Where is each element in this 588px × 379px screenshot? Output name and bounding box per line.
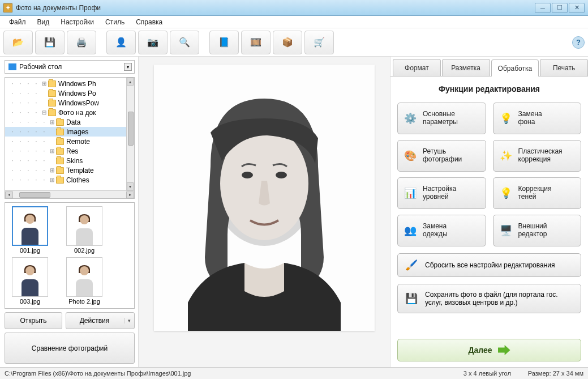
tree-vscroll[interactable]: ▴ ▾ bbox=[126, 78, 134, 190]
thumb-item[interactable]: 002.jpg bbox=[62, 206, 107, 254]
tree-label: Remote bbox=[66, 138, 90, 146]
menu-style[interactable]: Стиль bbox=[101, 17, 129, 27]
vscroll-thumb[interactable] bbox=[128, 112, 134, 146]
fn-label: Заменаодежды bbox=[423, 223, 448, 239]
tree-item[interactable]: ····Windows Po bbox=[5, 88, 134, 98]
hscroll-thumb[interactable] bbox=[19, 192, 50, 198]
folder-icon bbox=[56, 157, 64, 164]
menu-settings[interactable]: Настройки bbox=[56, 17, 98, 27]
scroll-up-icon[interactable]: ▴ bbox=[127, 78, 134, 86]
window-title: Фото на документы Профи bbox=[16, 4, 101, 12]
preview-area bbox=[139, 57, 390, 367]
next-button[interactable]: Далее bbox=[397, 339, 581, 361]
tb-book[interactable]: 📘 bbox=[209, 31, 239, 54]
fn-label: Настройкауровней bbox=[423, 185, 456, 201]
menu-file[interactable]: Файл bbox=[5, 17, 31, 27]
tree-hscroll[interactable]: ◂ ▸ bbox=[5, 190, 134, 198]
fn-plastic-button[interactable]: ✨Пластическаякоррекция bbox=[493, 140, 582, 172]
panel-title: Функции редактирования bbox=[397, 84, 581, 93]
tab-format[interactable]: Формат bbox=[393, 59, 441, 76]
tab-process[interactable]: Обработка bbox=[491, 59, 539, 76]
menu-view[interactable]: Вид bbox=[33, 17, 54, 27]
tb-box[interactable]: 📦 bbox=[273, 31, 302, 54]
thumb-image bbox=[12, 206, 48, 246]
open-button[interactable]: Открыть bbox=[5, 312, 62, 329]
folder-icon bbox=[56, 129, 64, 135]
tree-item[interactable]: ·····⊞Res bbox=[5, 146, 134, 156]
tb-save[interactable]: 💾 bbox=[35, 31, 65, 54]
toolbar: 📂 💾 🖨️ 👤 📷 🔍 📘 🎞️ 📦 🛒 ? bbox=[0, 28, 588, 57]
folder-icon bbox=[48, 90, 56, 97]
reset-button[interactable]: 🖌️ Сбросить все настройки редактирования bbox=[397, 253, 581, 277]
tb-zoom[interactable]: 🔍 bbox=[170, 31, 199, 54]
tree-label: Skins bbox=[66, 157, 83, 165]
tree-item[interactable]: ·····⊞Template bbox=[5, 165, 134, 175]
folder-icon bbox=[56, 119, 64, 126]
help-icon[interactable]: ? bbox=[572, 36, 585, 49]
fn-shadow-button[interactable]: 💡Коррекциятеней bbox=[493, 177, 582, 209]
thumb-image bbox=[12, 257, 48, 297]
menu-help[interactable]: Справка bbox=[131, 17, 167, 27]
arrow-right-icon bbox=[498, 345, 510, 355]
tree-label: Clothes bbox=[66, 176, 89, 184]
save-file-button[interactable]: 💾 Сохранить фото в файл (для портала гос… bbox=[397, 284, 581, 313]
thumb-item[interactable]: 003.jpg bbox=[7, 257, 53, 305]
fn-clothes-button[interactable]: 👥Заменаодежды bbox=[397, 215, 486, 246]
thumb-label: 002.jpg bbox=[62, 247, 107, 254]
thumb-image bbox=[66, 257, 102, 297]
next-label: Далее bbox=[468, 346, 492, 355]
combo-label: Рабочий стол bbox=[19, 63, 62, 71]
status-size: Размер: 27 x 34 мм bbox=[528, 370, 583, 377]
tb-camera[interactable]: 📷 bbox=[138, 31, 168, 54]
fn-retouch-button[interactable]: 🎨Ретушьфотографии bbox=[397, 140, 486, 172]
tree-item[interactable]: ·····Remote bbox=[5, 137, 134, 146]
scroll-left-icon[interactable]: ◂ bbox=[5, 191, 13, 198]
thumb-item[interactable]: Photo 2.jpg bbox=[62, 257, 107, 305]
tree-item[interactable]: ····WindowsPow bbox=[5, 98, 134, 108]
desktop-icon bbox=[8, 63, 16, 70]
tree-item[interactable]: ·····Images bbox=[5, 127, 134, 137]
fn-label: Пластическаякоррекция bbox=[518, 148, 563, 164]
tb-new[interactable]: 📂 bbox=[3, 31, 33, 54]
tree-item[interactable]: ····⊟Фото на док bbox=[5, 108, 134, 117]
folder-icon bbox=[48, 80, 56, 87]
fn-label: Коррекциятеней bbox=[518, 185, 552, 201]
tree-item[interactable]: ·····⊞Clothes bbox=[5, 175, 134, 185]
maximize-button[interactable]: ☐ bbox=[552, 3, 568, 13]
tab-layout[interactable]: Разметка bbox=[442, 59, 490, 76]
close-button[interactable]: ✕ bbox=[569, 3, 585, 13]
titlebar: ✦ Фото на документы Профи ─ ☐ ✕ bbox=[0, 0, 588, 16]
fn-label: Ретушьфотографии bbox=[423, 148, 462, 164]
clothes-icon: 👥 bbox=[402, 223, 418, 239]
tab-print[interactable]: Печать bbox=[540, 59, 588, 76]
tree-label: Template bbox=[66, 167, 94, 174]
tree-label: Data bbox=[66, 118, 80, 126]
thumb-item[interactable]: 001.jpg bbox=[7, 206, 53, 254]
tree-item[interactable]: ····⊞Windows Ph bbox=[5, 79, 134, 88]
fn-bg-button[interactable]: 💡Заменафона bbox=[493, 103, 582, 134]
folder-tree[interactable]: ····⊞Windows Ph····Windows Po····Windows… bbox=[5, 77, 135, 199]
tb-film[interactable]: 🎞️ bbox=[241, 31, 271, 54]
fn-label: Заменафона bbox=[518, 110, 542, 126]
tb-print[interactable]: 🖨️ bbox=[67, 31, 96, 54]
fn-ext-button[interactable]: 🖥️Внешнийредактор bbox=[493, 215, 582, 246]
chevron-down-icon[interactable]: ▾ bbox=[124, 63, 132, 71]
tree-label: Фото на док bbox=[58, 109, 96, 117]
scroll-right-icon[interactable]: ▸ bbox=[126, 191, 134, 198]
actions-button[interactable]: Действия bbox=[66, 312, 135, 329]
right-panel: Формат Разметка Обработка Печать Функции… bbox=[390, 57, 588, 367]
fn-basic-button[interactable]: ⚙️Основныепараметры bbox=[397, 103, 486, 134]
tb-profile[interactable]: 👤 bbox=[106, 31, 136, 54]
tree-item[interactable]: ·····Skins bbox=[5, 156, 134, 165]
basic-icon: ⚙️ bbox=[402, 110, 418, 126]
fn-label: Основныепараметры bbox=[423, 110, 458, 126]
tree-label: Res bbox=[66, 147, 78, 155]
scroll-down-icon[interactable]: ▾ bbox=[127, 182, 134, 190]
minimize-button[interactable]: ─ bbox=[535, 3, 551, 13]
tb-cart[interactable]: 🛒 bbox=[304, 31, 334, 54]
reset-label: Сбросить все настройки редактирования bbox=[425, 261, 555, 269]
tree-item[interactable]: ·····⊞Data bbox=[5, 117, 134, 127]
location-combo[interactable]: Рабочий стол ▾ bbox=[5, 60, 135, 74]
fn-levels-button[interactable]: 📊Настройкауровней bbox=[397, 177, 486, 209]
compare-button[interactable]: Сравнение фотографий bbox=[5, 333, 135, 364]
